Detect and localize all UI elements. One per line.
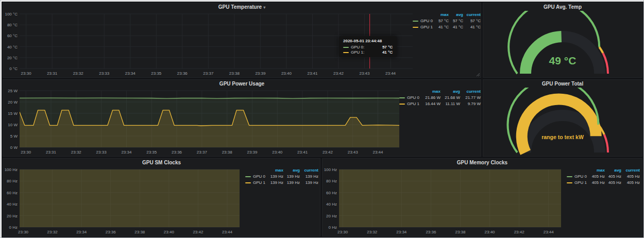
panel-title-text: GPU SM Clocks [142, 160, 181, 165]
svg-text:0 °C: 0 °C [9, 66, 18, 71]
svg-text:23:40: 23:40 [164, 230, 175, 234]
panel-gpu-power-total: GPU Power Total range to text kW [483, 79, 642, 157]
panel-title-text: GPU Power Total [542, 81, 583, 87]
svg-text:23:30: 23:30 [18, 230, 29, 234]
svg-text:23:35: 23:35 [151, 71, 162, 76]
svg-text:23:38: 23:38 [222, 150, 233, 155]
tooltip-row: GPU 0: 57 °C [343, 45, 393, 49]
panel-gpu-avg-temp: GPU Avg. Temp 49 °C [483, 3, 642, 78]
svg-text:0 Hz: 0 Hz [329, 225, 337, 230]
legend-header-avg[interactable]: avg [283, 168, 300, 173]
chart-tooltip: 2020-05-01 23:44:48 GPU 0: 57 °C GPU 1: … [339, 36, 397, 57]
gauge-gpu-power-total: range to text kW [483, 88, 642, 156]
legend-series-gpu1[interactable]: GPU 1 [413, 25, 434, 29]
svg-text:23:41: 23:41 [297, 150, 308, 155]
legend-header-max[interactable]: max [588, 168, 605, 173]
panel-title-text: GPU Avg. Temp [544, 4, 582, 10]
chart-gpu-memory-clocks[interactable]: 0 Hz20 Hz40 Hz60 Hz80 Hz100 Hz23:3023:32… [323, 166, 567, 235]
legend-series-gpu0[interactable]: GPU 0 [399, 95, 421, 100]
svg-text:23:36: 23:36 [106, 230, 116, 234]
legend-value: 41 °C [434, 25, 449, 29]
legend-value: 57 °C [463, 19, 481, 23]
panel-title-gpu-power-total[interactable]: GPU Power Total [483, 80, 642, 88]
panel-title-gpu-temperature[interactable]: GPU Temperature▾ [3, 3, 481, 11]
svg-text:23:32: 23:32 [73, 71, 84, 76]
legend-series-gpu0[interactable]: GPU 0 [567, 174, 588, 179]
legend-value: 139 Hz [283, 180, 300, 185]
svg-text:23:34: 23:34 [396, 230, 407, 234]
svg-text:range to text kW: range to text kW [541, 134, 584, 140]
panel-title-gpu-avg-temp[interactable]: GPU Avg. Temp [483, 3, 642, 11]
legend-value: 9.79 W [460, 101, 481, 106]
svg-text:20 Hz: 20 Hz [326, 214, 337, 218]
legend-header-current[interactable]: current [300, 168, 318, 173]
svg-text:15 W: 15 W [8, 111, 18, 116]
legend-header-avg[interactable]: avg [440, 89, 460, 94]
legend-series-gpu0[interactable]: GPU 0 [245, 174, 267, 179]
svg-text:23:40: 23:40 [485, 230, 496, 234]
series-color-dash [567, 176, 572, 177]
legend-series-gpu0[interactable]: GPU 0 [413, 19, 434, 23]
tooltip-timestamp: 2020-05-01 23:44:48 [343, 39, 393, 43]
svg-text:23:30: 23:30 [21, 71, 32, 76]
chart-gpu-power-usage[interactable]: 0 W5 W10 W15 W20 W25 W23:3023:3123:3223:… [3, 88, 399, 156]
series-color-dash [343, 52, 349, 53]
legend-header-avg[interactable]: avg [605, 168, 621, 173]
legend-series-gpu1[interactable]: GPU 1 [567, 180, 588, 185]
legend-value: 11.11 W [440, 101, 460, 106]
svg-text:23:34: 23:34 [121, 150, 132, 155]
svg-text:60 Hz: 60 Hz [326, 191, 337, 195]
panel-title-text: GPU Power Usage [219, 81, 264, 87]
svg-text:23:44: 23:44 [385, 71, 396, 76]
legend-gpu-temperature: max avg current GPU 0 57 °C 57 °C 57 °C … [413, 12, 481, 29]
legend-value: 139 Hz [267, 180, 283, 185]
legend-value: 405 Hz [605, 180, 621, 185]
legend-header-max[interactable]: max [267, 168, 283, 173]
legend-header-current[interactable]: current [621, 168, 640, 173]
svg-text:23:38: 23:38 [455, 230, 466, 234]
legend-header-max[interactable]: max [434, 12, 449, 17]
series-color-dash [399, 104, 405, 105]
panel-title-text: GPU Temperature [218, 4, 262, 10]
panel-gpu-memory-clocks: GPU Memory Clocks 0 Hz20 Hz40 Hz60 Hz80 … [322, 158, 642, 236]
series-color-dash [245, 182, 251, 183]
svg-text:100 °C: 100 °C [5, 12, 18, 16]
legend-gpu-power-usage: max avg current GPU 0 21.86 W 21.68 W 21… [399, 89, 481, 106]
panel-resize-handle[interactable] [476, 73, 480, 77]
tooltip-series-value: 57 °C [376, 45, 393, 49]
series-color-dash [343, 47, 349, 48]
legend-series-gpu1[interactable]: GPU 1 [245, 180, 267, 185]
svg-text:23:41: 23:41 [307, 71, 318, 76]
svg-text:80 Hz: 80 Hz [7, 179, 18, 183]
svg-text:23:31: 23:31 [47, 71, 58, 76]
chevron-down-icon[interactable]: ▾ [263, 5, 265, 10]
legend-header-current[interactable]: current [460, 89, 481, 94]
panel-title-gpu-sm-clocks[interactable]: GPU SM Clocks [3, 159, 320, 166]
svg-text:23:34: 23:34 [76, 230, 87, 234]
svg-text:23:39: 23:39 [255, 71, 266, 76]
svg-text:20 Hz: 20 Hz [7, 214, 18, 218]
legend-series-gpu1[interactable]: GPU 1 [399, 101, 421, 106]
legend-value: 405 Hz [588, 174, 605, 179]
legend-header-avg[interactable]: avg [449, 12, 463, 17]
panel-title-gpu-power-usage[interactable]: GPU Power Usage [3, 80, 481, 88]
legend-header-current[interactable]: current [463, 12, 481, 17]
chart-gpu-sm-clocks[interactable]: 0 Hz20 Hz40 Hz60 Hz80 Hz100 Hz23:3023:32… [3, 166, 245, 235]
legend-value: 21.86 W [421, 95, 440, 100]
legend-header-max[interactable]: max [421, 89, 440, 94]
svg-text:40 Hz: 40 Hz [7, 202, 18, 207]
svg-text:23:42: 23:42 [323, 150, 333, 155]
legend-value: 57 °C [434, 19, 449, 23]
panel-title-gpu-memory-clocks[interactable]: GPU Memory Clocks [323, 159, 642, 166]
panel-gpu-power-usage: GPU Power Usage 0 W5 W10 W15 W20 W25 W23… [3, 79, 481, 157]
legend-value: 139 Hz [300, 174, 318, 179]
legend-value: 139 Hz [283, 174, 300, 179]
legend-value: 21.77 W [460, 95, 481, 100]
dashboard-frame: GPU Temperature▾ 0 °C20 °C40 °C60 °C80 °… [0, 0, 644, 238]
svg-text:23:36: 23:36 [177, 71, 188, 76]
svg-text:100 Hz: 100 Hz [324, 167, 337, 172]
svg-text:100 Hz: 100 Hz [5, 167, 18, 172]
svg-text:25 W: 25 W [8, 89, 18, 93]
svg-text:49 °C: 49 °C [549, 55, 577, 66]
svg-text:23:30: 23:30 [21, 150, 31, 155]
